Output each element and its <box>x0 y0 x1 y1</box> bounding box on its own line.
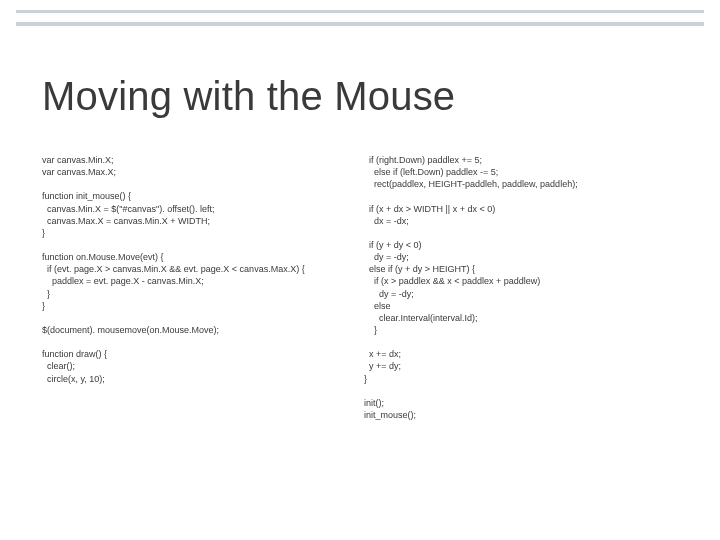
slide: Moving with the Mouse var canvas.Min.X; … <box>0 0 720 540</box>
slide-title: Moving with the Mouse <box>42 74 678 119</box>
slide-content: var canvas.Min.X; var canvas.Max.X; func… <box>42 154 678 421</box>
slide-rule-1 <box>16 10 704 13</box>
code-column-right: if (right.Down) paddlex += 5; else if (l… <box>364 154 678 421</box>
slide-rule-2 <box>16 22 704 26</box>
code-column-left: var canvas.Min.X; var canvas.Max.X; func… <box>42 154 356 421</box>
